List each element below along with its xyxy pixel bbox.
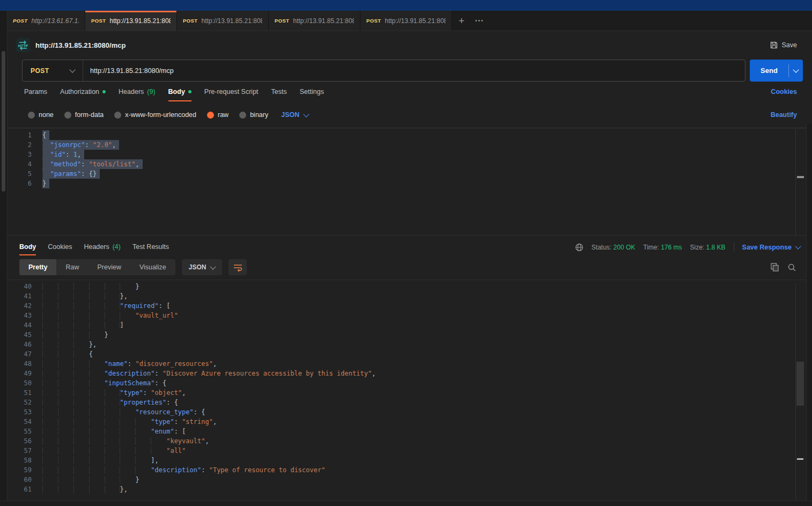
request-tab-settings[interactable]: Settings: [300, 88, 324, 101]
response-tools: [771, 263, 800, 272]
svg-text:HTTP: HTTP: [18, 44, 28, 48]
copy-icon[interactable]: [771, 263, 779, 272]
save-response-label: Save Response: [742, 244, 792, 251]
view-tab-visualize[interactable]: Visualize: [130, 259, 175, 275]
tab-method-badge: POST: [275, 18, 289, 24]
request-tab-authorization[interactable]: Authorization: [60, 88, 106, 101]
request-tab[interactable]: POSThttp://13.91.85.21:8080/: [85, 11, 177, 31]
request-tab[interactable]: POSThttp://13.61.67.139:8080: [7, 11, 85, 31]
code-line: 45 }: [8, 330, 812, 340]
body-mode-none[interactable]: none: [28, 111, 54, 119]
request-body-editor[interactable]: 1{2 "jsonrpc": "2.0",3 "id": 1,4 "method…: [8, 128, 812, 236]
editor-scrollbar-handle[interactable]: [797, 176, 804, 178]
request-tab-body[interactable]: Body: [168, 88, 191, 101]
code-line: 5 "params": {}: [8, 169, 812, 179]
line-number: 49: [8, 369, 42, 378]
code-text: "resource_type": {: [42, 407, 205, 417]
line-number: 43: [8, 311, 42, 320]
response-tab-cookies[interactable]: Cookies: [48, 243, 72, 255]
code-text: }: [42, 282, 139, 291]
code-line: 4 "method": "tools/list",: [8, 159, 812, 169]
view-tab-pretty[interactable]: Pretty: [19, 259, 56, 275]
code-text: "description": "Type of resource to disc…: [42, 465, 325, 475]
send-options-button[interactable]: [789, 69, 803, 72]
save-response-button[interactable]: Save Response: [742, 244, 800, 251]
green-dot-indicator: [102, 90, 106, 93]
line-number: 5: [8, 169, 42, 179]
request-tab-headers[interactable]: Headers(9): [119, 88, 156, 101]
body-mode-row: noneform-datax-www-form-urlencodedrawbin…: [28, 108, 797, 122]
response-meta-row: BodyCookiesHeaders(4)Test Results Status…: [19, 236, 800, 255]
line-number: 50: [8, 378, 42, 388]
code-line: 1{: [8, 130, 812, 140]
code-line: 59 "description": "Type of resource to d…: [8, 465, 812, 475]
send-label: Send: [750, 67, 788, 75]
line-number: 57: [8, 446, 42, 456]
body-mode-binary[interactable]: binary: [239, 111, 268, 119]
line-number: 3: [8, 150, 42, 159]
tab-url-label: http://13.91.85.21:8080/: [109, 17, 171, 25]
code-line: 40 }: [8, 282, 812, 291]
tab-label: Cookies: [48, 243, 72, 251]
code-text: "inputSchema": {: [42, 378, 166, 388]
divider: [734, 243, 734, 252]
code-line: 60 }: [8, 475, 812, 485]
tab-label: Body: [19, 243, 36, 251]
search-icon[interactable]: [788, 263, 796, 272]
request-tab-params[interactable]: Params: [24, 88, 47, 101]
code-line: 43 "vault_url": [8, 311, 812, 320]
time-value: 176 ms: [661, 244, 682, 251]
code-text: "keyvault",: [42, 436, 209, 446]
view-tab-preview[interactable]: Preview: [88, 259, 130, 275]
wrap-lines-button[interactable]: [228, 259, 247, 275]
response-tab-body[interactable]: Body: [19, 243, 36, 255]
request-header: HTTP http://13.91.85.21:8080/mcp Save: [8, 31, 812, 57]
save-button[interactable]: Save: [770, 41, 798, 49]
request-tab-tests[interactable]: Tests: [271, 88, 287, 101]
response-scrollbar-handle[interactable]: [796, 362, 804, 406]
http-protocol-icon: HTTP: [16, 38, 30, 52]
sidebar-scrollbar[interactable]: [2, 51, 5, 192]
mode-label: binary: [250, 111, 268, 119]
code-text: "all": [42, 446, 186, 456]
line-number: 6: [8, 179, 42, 188]
response-language-select[interactable]: JSON: [182, 259, 223, 275]
beautify-link[interactable]: Beautify: [771, 111, 797, 119]
code-line: 44 ]: [8, 320, 812, 330]
send-button[interactable]: Send: [750, 60, 803, 82]
code-text: ],: [42, 456, 159, 465]
tab-count: (4): [113, 243, 121, 251]
body-mode-x-www-form-urlencoded[interactable]: x-www-form-urlencoded: [114, 111, 196, 119]
url-input[interactable]: [83, 67, 745, 75]
cookies-link[interactable]: Cookies: [771, 88, 797, 96]
response-tab-headers[interactable]: Headers(4): [84, 243, 121, 255]
mode-label: none: [39, 111, 54, 119]
line-number: 61: [8, 485, 42, 494]
code-text: ]: [42, 320, 124, 330]
request-tab[interactable]: POSThttp://13.91.85.21:8080/: [360, 11, 452, 31]
response-body-viewer[interactable]: 40 }41 },42 "required": [43 "vault_url"4…: [8, 280, 812, 498]
line-number: 51: [8, 388, 42, 398]
line-number: 53: [8, 407, 42, 417]
body-language-select[interactable]: JSON: [281, 111, 308, 119]
response-view-row: PrettyRawPreviewVisualize JSON: [19, 259, 800, 275]
view-tab-raw[interactable]: Raw: [56, 259, 88, 275]
body-mode-raw[interactable]: raw: [207, 111, 228, 119]
radio-icon: [28, 112, 35, 119]
request-tab-pre-request-script[interactable]: Pre-request Script: [204, 88, 259, 101]
line-number: 54: [8, 417, 42, 427]
add-tab-button[interactable]: +: [459, 11, 464, 31]
tab-method-badge: POST: [366, 18, 381, 24]
editor-minimap-divider: [795, 129, 796, 237]
code-line: 54 "type": "string",: [8, 417, 812, 427]
method-select[interactable]: POST: [23, 60, 83, 81]
response-scroll-track: [795, 283, 796, 500]
response-tab-test-results[interactable]: Test Results: [132, 243, 169, 255]
request-tab[interactable]: POSThttp://13.91.85.21:8080/: [177, 11, 269, 31]
more-tabs-button[interactable]: •••: [475, 11, 484, 31]
body-mode-form-data[interactable]: form-data: [64, 111, 104, 119]
line-number: 42: [8, 301, 42, 311]
request-title: http://13.91.85.21:8080/mcp: [35, 41, 126, 49]
request-tab[interactable]: POSThttp://13.91.85.21:8080/: [269, 11, 360, 31]
body-language-label: JSON: [281, 111, 299, 119]
